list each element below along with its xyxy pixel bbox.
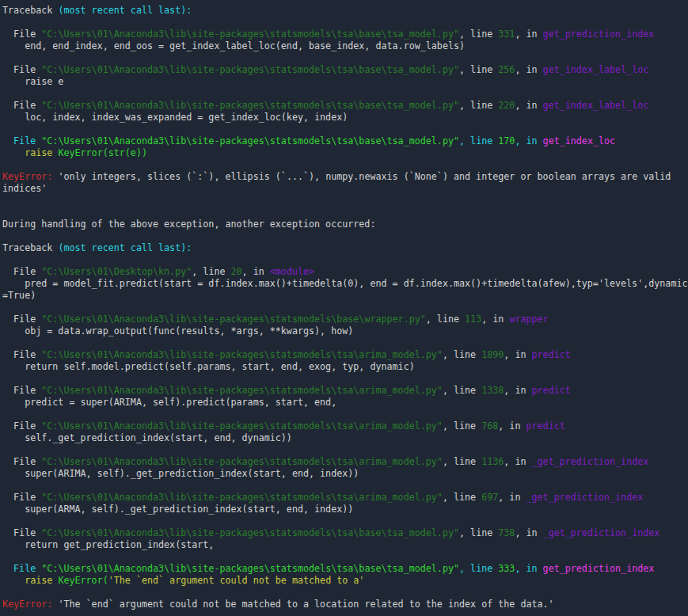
blank-line <box>2 17 686 29</box>
text-segment: "C:\Users\01\Anaconda3\lib\site-packages… <box>41 563 459 574</box>
blank-line <box>2 207 686 219</box>
traceback-line: Traceback (most recent call last): <box>2 5 686 17</box>
text-segment: , line <box>443 385 481 396</box>
text-segment: , line <box>459 29 498 40</box>
blank-line <box>2 587 686 599</box>
text-segment: File <box>2 314 41 325</box>
blank-line <box>2 551 686 563</box>
text-segment: obj = data.wrap_output(func(results, *ar… <box>2 325 353 337</box>
traceback-line: File "C:\Users\01\Anaconda3\lib\site-pac… <box>2 456 686 468</box>
text-segment: "C:\Users\01\Anaconda3\lib\site-packages… <box>41 492 443 503</box>
text-segment: File <box>2 100 41 111</box>
text-segment: File <box>2 492 41 503</box>
text-segment: , in <box>504 349 531 360</box>
text-segment: super(ARMA, self)._get_prediction_index(… <box>2 504 353 515</box>
text-segment: , in <box>515 563 542 574</box>
text-segment: File <box>2 266 41 277</box>
text-segment: get_index_loc <box>543 135 615 146</box>
text-segment: _get_prediction_index <box>526 492 643 503</box>
text-segment: "C:\Users\01\Anaconda3\lib\site-packages… <box>41 135 459 146</box>
text-segment: 'The `end` argument could not be matched… <box>108 575 365 586</box>
text-segment: 1338 <box>481 385 504 396</box>
text-segment: , in <box>498 492 526 503</box>
traceback-line: indices' <box>2 183 686 195</box>
text-segment: "C:\Users\01\Anaconda3\lib\site-packages… <box>41 527 459 538</box>
traceback-line: raise e <box>2 76 686 88</box>
text-segment: , in <box>498 420 526 432</box>
text-segment: During handling of the above exception, … <box>2 219 375 230</box>
text-segment: File <box>2 385 41 396</box>
traceback-line: end, end_index, end_oos = get_index_labe… <box>2 40 686 52</box>
blank-line <box>2 159 686 171</box>
text-segment: , line <box>443 492 481 503</box>
text-segment: , line <box>459 563 498 574</box>
text-segment: , in <box>515 135 542 146</box>
text-segment: File <box>2 456 41 467</box>
text-segment: Traceback <box>2 242 58 253</box>
traceback-line: KeyError: 'The `end` argument could not … <box>2 599 686 610</box>
text-segment: "C:\Users\01\Anaconda3\lib\site-packages… <box>41 314 426 325</box>
text-segment: indices' <box>2 183 47 194</box>
text-segment: self._get_prediction_index(start, end, d… <box>2 432 292 443</box>
text-segment: , in <box>504 385 531 396</box>
text-segment: , in <box>515 527 542 538</box>
text-segment: , line <box>443 420 481 432</box>
blank-line <box>2 254 686 266</box>
blank-line <box>2 373 686 385</box>
text-segment: "C:\Users\01\Anaconda3\lib\site-packages… <box>41 100 459 111</box>
text-segment: , line <box>443 456 481 467</box>
text-segment: 333 <box>498 563 515 574</box>
text-segment: , in <box>515 29 542 40</box>
text-segment: get_index_label_loc <box>543 64 649 75</box>
blank-line <box>2 52 686 64</box>
text-segment: _get_prediction_index <box>543 527 660 538</box>
traceback-line: return get_prediction_index(start, <box>2 539 686 551</box>
blank-line <box>2 337 686 349</box>
text-segment: , in <box>515 100 542 111</box>
traceback-line: predict = super(ARIMA, self).predict(par… <box>2 397 686 409</box>
text-segment: super(ARIMA, self)._get_prediction_index… <box>2 468 359 479</box>
text-segment: , line <box>459 100 498 111</box>
text-segment: File <box>2 527 41 538</box>
traceback-line: raise KeyError('The `end` argument could… <box>2 575 686 587</box>
traceback-line: File "C:\Users\01\Anaconda3\lib\site-pac… <box>2 135 686 147</box>
traceback-line: During handling of the above exception, … <box>2 219 686 230</box>
text-segment: 768 <box>481 420 498 432</box>
traceback-line: File "C:\Users\01\Anaconda3\lib\site-pac… <box>2 314 686 325</box>
text-segment: File <box>2 563 41 574</box>
traceback-line: super(ARMA, self)._get_prediction_index(… <box>2 504 686 515</box>
blank-line <box>2 444 686 456</box>
text-segment: 331 <box>498 29 515 40</box>
text-segment: get_prediction_index <box>543 563 655 574</box>
text-segment: "C:\Users\01\Anaconda3\lib\site-packages… <box>41 420 443 432</box>
traceback-line: File "C:\Users\01\Anaconda3\lib\site-pac… <box>2 527 686 539</box>
text-segment: return get_prediction_index(start, <box>2 539 214 550</box>
text-segment: File <box>2 64 41 75</box>
blank-line <box>2 124 686 135</box>
text-segment: 738 <box>498 527 515 538</box>
text-segment: predict <box>526 420 564 432</box>
text-segment: predict <box>532 385 571 396</box>
text-segment: =True) <box>2 290 36 301</box>
text-segment: Traceback <box>2 5 58 16</box>
traceback-line: File "C:\Users\01\Desktop\kn.py", line 2… <box>2 266 686 278</box>
text-segment: 20 <box>231 266 242 277</box>
text-segment: 1136 <box>481 456 504 467</box>
traceback-line: obj = data.wrap_output(func(results, *ar… <box>2 325 686 337</box>
text-segment: , line <box>459 527 498 538</box>
text-segment: _get_prediction_index <box>532 456 649 467</box>
traceback-line: File "C:\Users\01\Anaconda3\lib\site-pac… <box>2 64 686 76</box>
text-segment: "C:\Users\01\Anaconda3\lib\site-packages… <box>41 385 443 396</box>
blank-line <box>2 230 686 242</box>
text-segment: get_prediction_index <box>543 29 655 40</box>
text-segment: , line <box>459 135 498 146</box>
traceback-line: File "C:\Users\01\Anaconda3\lib\site-pac… <box>2 29 686 40</box>
text-segment: 220 <box>498 100 515 111</box>
traceback-line: File "C:\Users\01\Anaconda3\lib\site-pac… <box>2 349 686 361</box>
text-segment: , in <box>481 314 509 325</box>
traceback-line: File "C:\Users\01\Anaconda3\lib\site-pac… <box>2 385 686 397</box>
traceback-line: self._get_prediction_index(start, end, d… <box>2 432 686 444</box>
traceback-line: File "C:\Users\01\Anaconda3\lib\site-pac… <box>2 100 686 112</box>
console-traceback-output: Traceback (most recent call last): File … <box>0 0 688 616</box>
text-segment: , line <box>459 64 498 75</box>
